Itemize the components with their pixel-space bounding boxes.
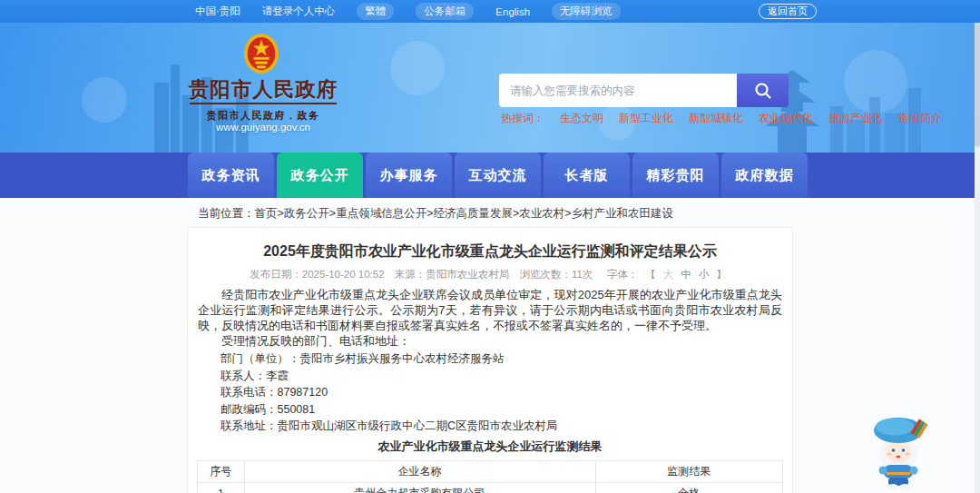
article-title: 2025年度贵阳市农业产业化市级重点龙头企业运行监测和评定结果公示 xyxy=(188,242,792,261)
topbar-link[interactable]: 无障碍浏览 xyxy=(552,3,621,20)
top-bar: 中国·贵阳请登录个人中心繁體公务邮箱English无障碍浏览 返回首页 xyxy=(0,0,980,23)
table-row: 1贵州合力超市采购有限公司合格 xyxy=(198,482,783,493)
contact-line: 联系电话：87987120 xyxy=(198,384,782,401)
bokeh-decoration xyxy=(390,41,445,95)
topbar-links: 中国·贵阳请登录个人中心繁體公务邮箱English无障碍浏览 xyxy=(195,0,621,23)
source: 来源：贵阳市农业农村局 xyxy=(395,269,510,280)
article-body: 经贵阳市农业产业化市级重点龙头企业联席会议成员单位审定，现对2025年开展的农业… xyxy=(198,287,782,349)
contact-line: 邮政编码：550081 xyxy=(198,401,782,419)
topbar-link[interactable]: 请登录个人中心 xyxy=(262,5,336,18)
bokeh-decoration xyxy=(82,77,127,123)
contact-line: 联系人：李霞 xyxy=(198,368,782,385)
hot-search-word[interactable]: 农业现代化 xyxy=(759,111,813,126)
breadcrumb-segment[interactable]: 乡村产业和农田建设 xyxy=(572,207,674,220)
national-emblem-icon xyxy=(242,33,280,76)
mascot-icon[interactable] xyxy=(862,409,938,490)
return-home-button[interactable]: 返回首页 xyxy=(759,4,817,19)
topbar-link[interactable]: 公务邮箱 xyxy=(416,3,474,20)
search-button[interactable] xyxy=(737,74,789,107)
hot-search-word[interactable]: 新型工业化 xyxy=(619,111,673,126)
table-cell: 贵州合力超市采购有限公司 xyxy=(244,482,595,493)
topbar-link[interactable]: English xyxy=(495,6,530,17)
font-size-medium[interactable]: 中 xyxy=(681,269,691,280)
nav-tab[interactable]: 政务资讯 xyxy=(188,153,274,198)
search-icon xyxy=(754,82,772,100)
font-size-small[interactable]: 小 xyxy=(699,269,710,280)
nav-tab[interactable]: 政府数据 xyxy=(721,153,808,198)
site-subtitle: 贵阳市人民政府．政务 xyxy=(190,103,337,123)
article-card: 2025年度贵阳市农业产业化市级重点龙头企业运行监测和评定结果公示 发布日期：2… xyxy=(187,227,793,493)
topbar-link[interactable]: 中国·贵阳 xyxy=(195,5,240,18)
scrollbar-thumb[interactable] xyxy=(975,20,980,147)
breadcrumb-segment[interactable]: 重点领域信息公开 xyxy=(336,207,426,220)
article-paragraph: 经贵阳市农业产业化市级重点龙头企业联席会议成员单位审定，现对2025年开展的农业… xyxy=(198,287,782,333)
hot-search-word[interactable]: 新型城镇化 xyxy=(689,111,743,126)
table-header-row: 序号企业名称监测结果 xyxy=(198,460,783,482)
breadcrumb-label: 当前位置： xyxy=(198,207,255,220)
article-paragraph: 受理情况反映的部门、电话和地址： xyxy=(198,333,782,349)
hot-search-word[interactable]: 生态文明 xyxy=(560,111,603,126)
nav-tab[interactable]: 精彩贵阳 xyxy=(632,153,719,198)
table-header-cell: 监测结果 xyxy=(595,460,782,482)
breadcrumb: 当前位置：首页>政务公开>重点领域信息公开>经济高质量发展>农业农村>乡村产业和… xyxy=(198,206,673,222)
breadcrumb-segment[interactable]: 经济高质量发展 xyxy=(433,207,513,220)
site-url: www.guiyang.gov.cn xyxy=(190,122,337,133)
publish-date: 发布日期：2025-10-20 10:52 xyxy=(250,269,384,280)
hot-search-label: 热搜词： xyxy=(501,111,544,126)
contact-info: 部门（单位）：贵阳市乡村振兴服务中心农村经济服务站联系人：李霞联系电话：8798… xyxy=(198,350,782,435)
table-cell: 1 xyxy=(198,482,245,493)
table-cell: 合格 xyxy=(595,482,782,493)
header-banner: 贵阳市人民政府 贵阳市人民政府．政务 www.guiyang.gov.cn 热搜… xyxy=(0,23,980,153)
breadcrumb-segment[interactable]: 农业农村 xyxy=(519,207,564,220)
table-header-cell: 企业名称 xyxy=(244,460,595,482)
hot-search-word[interactable]: 贵阳简介 xyxy=(898,111,942,126)
monitor-table-title: 农业产业化市级重点龙头企业运行监测结果 xyxy=(188,439,792,455)
hot-search-row: 热搜词： 生态文明新型工业化新型城镇化农业现代化旅游产业化贵阳简介 xyxy=(501,111,942,126)
search-input[interactable] xyxy=(499,74,737,107)
main-nav: 政务资讯政务公开办事服务互动交流长者版精彩贵阳政府数据 xyxy=(0,153,980,198)
nav-tabs: 政务资讯政务公开办事服务互动交流长者版精彩贵阳政府数据 xyxy=(188,153,808,198)
contact-line: 部门（单位）：贵阳市乡村振兴服务中心农村经济服务站 xyxy=(198,350,782,368)
table-header-cell: 序号 xyxy=(198,460,245,482)
breadcrumb-segment[interactable]: 首页 xyxy=(255,207,278,220)
view-count: 浏览次数：11次 xyxy=(520,269,593,280)
monitor-result-table: 序号企业名称监测结果 1贵州合力超市采购有限公司合格2贵州友禾种业有限公司合格3… xyxy=(197,460,783,493)
font-size-widget: 字体：【大中小】 xyxy=(603,269,730,280)
article-meta: 发布日期：2025-10-20 10:52 来源：贵阳市农业农村局 浏览次数：1… xyxy=(188,268,792,281)
scrollbar-track[interactable] xyxy=(975,0,980,493)
breadcrumb-path: 首页>政务公开>重点领域信息公开>经济高质量发展>农业农村>乡村产业和农田建设 xyxy=(255,207,674,220)
hot-search-word[interactable]: 旅游产业化 xyxy=(828,111,883,126)
font-size-large[interactable]: 大 xyxy=(663,269,674,280)
nav-tab[interactable]: 长者版 xyxy=(544,153,630,198)
site-title[interactable]: 贵阳市人民政府 xyxy=(186,75,340,104)
nav-tab[interactable]: 办事服务 xyxy=(366,153,452,198)
nav-tab[interactable]: 互动交流 xyxy=(455,153,541,198)
nav-tab[interactable]: 政务公开 xyxy=(277,153,363,198)
contact-line: 联系地址：贵阳市观山湖区市级行政中心二期C区贵阳市农业农村局 xyxy=(198,418,782,435)
breadcrumb-segment[interactable]: 政务公开 xyxy=(284,207,329,220)
topbar-link[interactable]: 繁體 xyxy=(357,3,394,20)
